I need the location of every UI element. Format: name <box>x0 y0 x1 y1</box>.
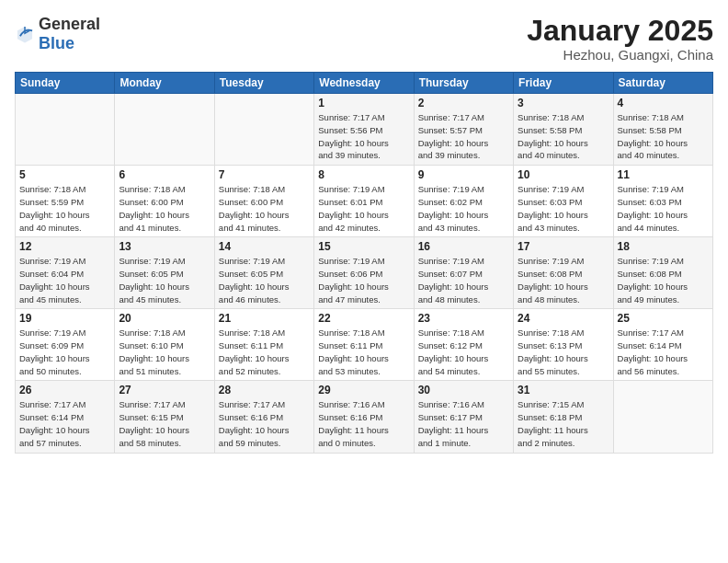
day-info: Sunrise: 7:18 AM Sunset: 5:59 PM Dayligh… <box>19 183 110 234</box>
day-info: Sunrise: 7:17 AM Sunset: 5:57 PM Dayligh… <box>418 111 509 162</box>
calendar-cell: 4Sunrise: 7:18 AM Sunset: 5:58 PM Daylig… <box>613 94 712 166</box>
day-info: Sunrise: 7:17 AM Sunset: 6:16 PM Dayligh… <box>219 398 310 449</box>
calendar-cell <box>214 94 313 166</box>
day-info: Sunrise: 7:18 AM Sunset: 6:11 PM Dayligh… <box>219 327 310 377</box>
day-number: 17 <box>518 240 609 253</box>
day-info: Sunrise: 7:19 AM Sunset: 6:03 PM Dayligh… <box>618 183 709 234</box>
day-info: Sunrise: 7:18 AM Sunset: 6:12 PM Dayligh… <box>418 327 509 377</box>
day-number: 19 <box>19 312 110 325</box>
day-info: Sunrise: 7:18 AM Sunset: 6:13 PM Dayligh… <box>518 327 609 377</box>
weekday-header: Thursday <box>414 73 513 94</box>
day-number: 12 <box>19 240 110 253</box>
header: General Blue January 2025 Hezhou, Guangx… <box>15 15 713 63</box>
day-info: Sunrise: 7:18 AM Sunset: 6:00 PM Dayligh… <box>219 183 310 234</box>
day-number: 3 <box>518 97 609 109</box>
day-info: Sunrise: 7:19 AM Sunset: 6:06 PM Dayligh… <box>318 255 409 305</box>
day-info: Sunrise: 7:16 AM Sunset: 6:16 PM Dayligh… <box>318 398 409 449</box>
day-number: 31 <box>518 384 609 396</box>
day-number: 9 <box>418 168 509 181</box>
day-info: Sunrise: 7:19 AM Sunset: 6:08 PM Dayligh… <box>518 255 609 305</box>
day-number: 21 <box>219 312 310 325</box>
calendar-cell: 23Sunrise: 7:18 AM Sunset: 6:12 PM Dayli… <box>414 309 513 381</box>
day-info: Sunrise: 7:19 AM Sunset: 6:02 PM Dayligh… <box>418 183 509 234</box>
calendar-cell: 17Sunrise: 7:19 AM Sunset: 6:08 PM Dayli… <box>514 237 613 309</box>
day-number: 23 <box>418 312 509 325</box>
calendar-cell: 25Sunrise: 7:17 AM Sunset: 6:14 PM Dayli… <box>613 309 712 381</box>
calendar-cell: 3Sunrise: 7:18 AM Sunset: 5:58 PM Daylig… <box>514 94 613 166</box>
calendar-cell: 26Sunrise: 7:17 AM Sunset: 6:14 PM Dayli… <box>16 381 115 453</box>
calendar-cell: 30Sunrise: 7:16 AM Sunset: 6:17 PM Dayli… <box>414 381 513 453</box>
day-number: 20 <box>119 312 210 325</box>
calendar-cell <box>16 94 115 166</box>
calendar-cell: 29Sunrise: 7:16 AM Sunset: 6:16 PM Dayli… <box>314 381 414 453</box>
calendar-cell: 11Sunrise: 7:19 AM Sunset: 6:03 PM Dayli… <box>613 166 712 237</box>
calendar-cell: 6Sunrise: 7:18 AM Sunset: 6:00 PM Daylig… <box>115 166 214 237</box>
day-number: 29 <box>318 384 409 396</box>
calendar-cell: 22Sunrise: 7:18 AM Sunset: 6:11 PM Dayli… <box>314 309 414 381</box>
day-info: Sunrise: 7:18 AM Sunset: 6:00 PM Dayligh… <box>119 183 210 234</box>
day-info: Sunrise: 7:17 AM Sunset: 6:14 PM Dayligh… <box>618 327 709 377</box>
calendar-cell: 2Sunrise: 7:17 AM Sunset: 5:57 PM Daylig… <box>414 94 513 166</box>
calendar-cell <box>115 94 214 166</box>
calendar: SundayMondayTuesdayWednesdayThursdayFrid… <box>15 72 713 453</box>
day-info: Sunrise: 7:17 AM Sunset: 6:14 PM Dayligh… <box>19 398 110 449</box>
calendar-cell: 9Sunrise: 7:19 AM Sunset: 6:02 PM Daylig… <box>414 166 513 237</box>
logo-blue: Blue <box>39 34 74 52</box>
day-number: 8 <box>318 168 409 181</box>
day-number: 14 <box>219 240 310 253</box>
day-info: Sunrise: 7:18 AM Sunset: 6:11 PM Dayligh… <box>318 327 409 377</box>
weekday-header: Saturday <box>613 73 712 94</box>
day-info: Sunrise: 7:19 AM Sunset: 6:08 PM Dayligh… <box>618 255 709 305</box>
day-number: 24 <box>518 312 609 325</box>
calendar-cell: 24Sunrise: 7:18 AM Sunset: 6:13 PM Dayli… <box>514 309 613 381</box>
day-number: 11 <box>618 168 709 181</box>
day-info: Sunrise: 7:16 AM Sunset: 6:17 PM Dayligh… <box>418 398 509 449</box>
calendar-cell: 27Sunrise: 7:17 AM Sunset: 6:15 PM Dayli… <box>115 381 214 453</box>
day-info: Sunrise: 7:19 AM Sunset: 6:05 PM Dayligh… <box>219 255 310 305</box>
day-number: 25 <box>618 312 709 325</box>
calendar-cell: 10Sunrise: 7:19 AM Sunset: 6:03 PM Dayli… <box>514 166 613 237</box>
title-month: January 2025 <box>527 15 713 47</box>
weekday-header: Tuesday <box>214 73 313 94</box>
calendar-cell: 7Sunrise: 7:18 AM Sunset: 6:00 PM Daylig… <box>214 166 313 237</box>
day-info: Sunrise: 7:19 AM Sunset: 6:05 PM Dayligh… <box>119 255 210 305</box>
logo: General Blue <box>15 15 100 53</box>
week-row: 5Sunrise: 7:18 AM Sunset: 5:59 PM Daylig… <box>16 166 713 237</box>
day-info: Sunrise: 7:18 AM Sunset: 5:58 PM Dayligh… <box>518 111 609 162</box>
day-info: Sunrise: 7:18 AM Sunset: 5:58 PM Dayligh… <box>618 111 709 162</box>
weekday-header: Friday <box>514 73 613 94</box>
calendar-cell: 28Sunrise: 7:17 AM Sunset: 6:16 PM Dayli… <box>214 381 313 453</box>
day-number: 16 <box>418 240 509 253</box>
calendar-cell: 20Sunrise: 7:18 AM Sunset: 6:10 PM Dayli… <box>115 309 214 381</box>
day-number: 13 <box>119 240 210 253</box>
title-location: Hezhou, Guangxi, China <box>527 47 713 63</box>
week-row: 19Sunrise: 7:19 AM Sunset: 6:09 PM Dayli… <box>16 309 713 381</box>
day-number: 18 <box>618 240 709 253</box>
day-number: 28 <box>219 384 310 396</box>
calendar-cell: 31Sunrise: 7:15 AM Sunset: 6:18 PM Dayli… <box>514 381 613 453</box>
day-number: 1 <box>318 97 409 109</box>
logo-text: General Blue <box>39 15 100 53</box>
week-row: 12Sunrise: 7:19 AM Sunset: 6:04 PM Dayli… <box>16 237 713 309</box>
day-info: Sunrise: 7:19 AM Sunset: 6:01 PM Dayligh… <box>318 183 409 234</box>
day-info: Sunrise: 7:19 AM Sunset: 6:07 PM Dayligh… <box>418 255 509 305</box>
weekday-header: Sunday <box>16 73 115 94</box>
day-number: 7 <box>219 168 310 181</box>
day-number: 10 <box>518 168 609 181</box>
logo-general: General <box>39 15 100 33</box>
calendar-cell: 12Sunrise: 7:19 AM Sunset: 6:04 PM Dayli… <box>16 237 115 309</box>
page: General Blue January 2025 Hezhou, Guangx… <box>0 0 728 563</box>
calendar-cell: 13Sunrise: 7:19 AM Sunset: 6:05 PM Dayli… <box>115 237 214 309</box>
calendar-cell: 21Sunrise: 7:18 AM Sunset: 6:11 PM Dayli… <box>214 309 313 381</box>
day-number: 22 <box>318 312 409 325</box>
week-row: 26Sunrise: 7:17 AM Sunset: 6:14 PM Dayli… <box>16 381 713 453</box>
calendar-cell: 8Sunrise: 7:19 AM Sunset: 6:01 PM Daylig… <box>314 166 414 237</box>
calendar-cell: 1Sunrise: 7:17 AM Sunset: 5:56 PM Daylig… <box>314 94 414 166</box>
calendar-cell: 5Sunrise: 7:18 AM Sunset: 5:59 PM Daylig… <box>16 166 115 237</box>
weekday-header: Monday <box>115 73 214 94</box>
day-info: Sunrise: 7:19 AM Sunset: 6:09 PM Dayligh… <box>19 327 110 377</box>
calendar-cell: 15Sunrise: 7:19 AM Sunset: 6:06 PM Dayli… <box>314 237 414 309</box>
day-number: 5 <box>19 168 110 181</box>
day-number: 26 <box>19 384 110 396</box>
day-info: Sunrise: 7:19 AM Sunset: 6:03 PM Dayligh… <box>518 183 609 234</box>
